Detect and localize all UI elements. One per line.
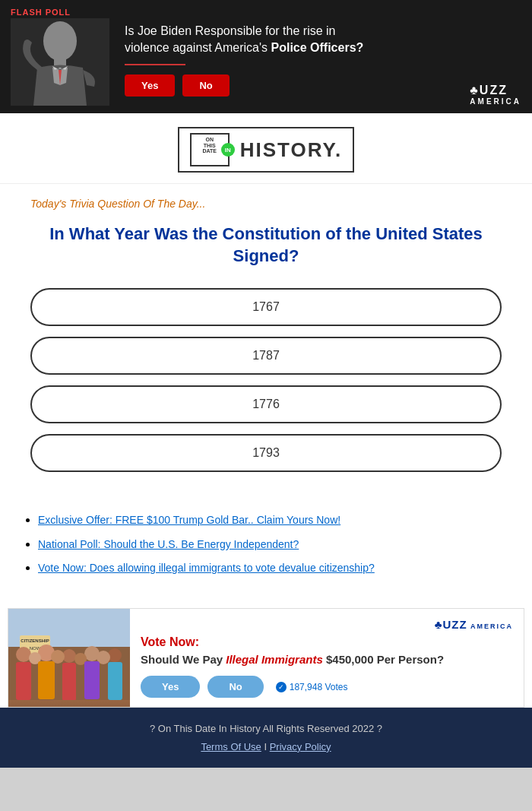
- links-list: Exclusive Offer: FREE $100 Trump Gold Ba…: [38, 513, 502, 576]
- bottom-vote-label: Vote Now:: [141, 635, 513, 649]
- footer: ? On This Date In History All Rights Res…: [0, 708, 532, 768]
- svg-rect-19: [38, 661, 55, 699]
- history-logo-header: ON THIS DATE IN HISTORY.: [0, 113, 532, 184]
- trivia-question: In What Year Was the Constitution of the…: [30, 223, 502, 267]
- bottom-banner-content: ♣UZZ AMERICA Vote Now: Should We Pay Ill…: [130, 609, 524, 708]
- footer-links: Terms Of Use I Privacy Policy: [15, 738, 517, 756]
- crowd-image: CITIZENSHIP NOW: [8, 609, 130, 708]
- cal-in-circle: IN: [221, 143, 235, 157]
- svg-rect-21: [84, 661, 100, 699]
- calendar-icon: ON THIS DATE IN: [190, 133, 230, 166]
- banner-photo-inner: [11, 18, 109, 106]
- trivia-label: Today's Trivia Question Of The Day...: [30, 198, 502, 210]
- list-item: Exclusive Offer: FREE $100 Trump Gold Ba…: [38, 513, 502, 528]
- bottom-banner-image: CITIZENSHIP NOW: [8, 609, 130, 708]
- trivia-section: Today's Trivia Question Of The Day... In…: [0, 184, 532, 505]
- banner-question: Is Joe Biden Responsible for the rise in…: [125, 23, 511, 55]
- answer-option-4[interactable]: 1793: [30, 434, 502, 472]
- bottom-ad-banner: CITIZENSHIP NOW: [8, 608, 524, 708]
- svg-rect-18: [16, 662, 31, 700]
- bottom-yes-button[interactable]: Yes: [141, 676, 200, 698]
- privacy-policy-link[interactable]: Privacy Policy: [270, 741, 331, 752]
- link-immigrant-vote[interactable]: Vote Now: Does allowing illegal immigran…: [38, 562, 375, 574]
- history-logo: ON THIS DATE IN HISTORY.: [178, 127, 354, 173]
- bottom-buttons: Yes No ✓ 187,948 Votes: [141, 676, 513, 698]
- list-item: National Poll: Should the U.S. Be Energy…: [38, 537, 502, 553]
- svg-point-9: [16, 647, 31, 662]
- answer-option-1[interactable]: 1767: [30, 288, 502, 326]
- history-text: HISTORY.: [233, 138, 342, 162]
- svg-text:CITIZENSHIP: CITIZENSHIP: [21, 638, 49, 643]
- top-flash-banner: FLASH POLL: [0, 0, 532, 113]
- svg-point-1: [43, 21, 77, 61]
- cal-on-text: ON THIS DATE: [202, 137, 217, 154]
- crowd-icon: CITIZENSHIP NOW: [8, 609, 130, 700]
- banner-yes-button[interactable]: Yes: [125, 74, 175, 97]
- footer-copyright: ? On This Date In History All Rights Res…: [15, 720, 517, 737]
- vote-count: ✓ 187,948 Votes: [276, 682, 348, 692]
- list-item: Vote Now: Does allowing illegal immigran…: [38, 561, 502, 576]
- bottom-no-button[interactable]: No: [207, 676, 263, 698]
- banner-divider: [125, 64, 185, 65]
- banner-no-button[interactable]: No: [182, 74, 229, 97]
- person-silhouette-icon: [11, 18, 109, 106]
- link-energy-poll[interactable]: National Poll: Should the U.S. Be Energy…: [38, 538, 299, 550]
- link-trump-gold[interactable]: Exclusive Offer: FREE $100 Trump Gold Ba…: [38, 514, 340, 526]
- banner-photo: [11, 18, 109, 106]
- terms-of-use-link[interactable]: Terms Of Use: [201, 741, 261, 752]
- buzz-america-logo: ♣UZZ AMERICA: [470, 84, 521, 106]
- svg-rect-22: [108, 662, 122, 700]
- check-icon: ✓: [276, 682, 287, 692]
- main-content-card: ON THIS DATE IN HISTORY. Today's Trivia …: [0, 113, 532, 768]
- svg-point-13: [108, 648, 122, 662]
- flash-label: FLASH POLL: [11, 8, 71, 17]
- banner-buttons: Yes No: [125, 74, 511, 97]
- links-section: Exclusive Offer: FREE $100 Trump Gold Ba…: [0, 505, 532, 600]
- banner-text-area: Is Joe Biden Responsible for the rise in…: [109, 9, 521, 103]
- answer-option-3[interactable]: 1776: [30, 385, 502, 423]
- answer-option-2[interactable]: 1787: [30, 337, 502, 375]
- bottom-buzz-logo: ♣UZZ AMERICA: [141, 618, 513, 631]
- bottom-question: Should We Pay Illegal Immigrants $450,00…: [141, 652, 513, 667]
- svg-rect-20: [62, 663, 76, 700]
